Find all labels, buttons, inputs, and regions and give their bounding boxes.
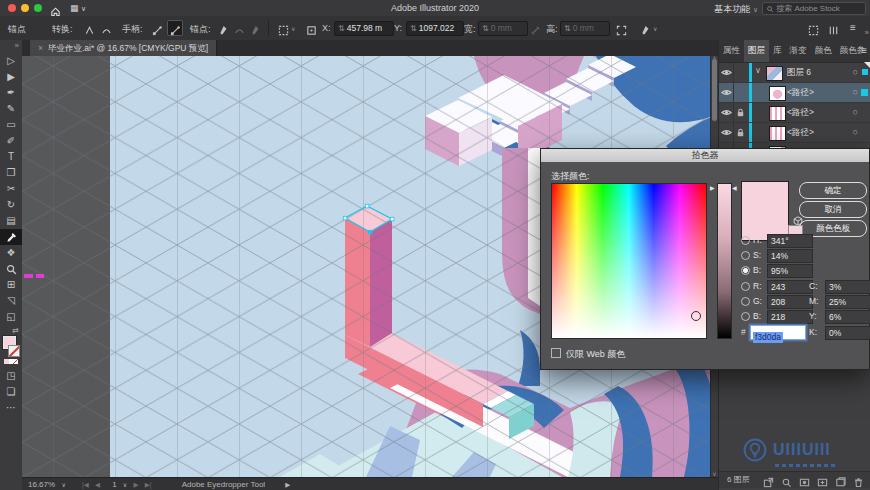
selection-indicator[interactable] (862, 69, 868, 75)
close-tab-icon[interactable]: × (38, 43, 43, 53)
expand-chevron-icon[interactable]: ∨ (755, 66, 761, 75)
radio-h[interactable] (741, 236, 750, 245)
y-input[interactable]: 6% (825, 310, 870, 324)
collapse-panel-icon[interactable]: » (865, 28, 869, 37)
slider-arrow-left-icon[interactable]: ▶ (710, 184, 715, 191)
isolate-selection-icon[interactable] (276, 21, 290, 35)
y-input[interactable]: ⇅1097.022 (406, 21, 464, 36)
expand-icon[interactable] (614, 21, 628, 35)
clipping-mask-icon[interactable] (799, 475, 810, 490)
selection-indicator[interactable] (861, 89, 868, 96)
workspace-switcher[interactable]: 基本功能 ∨ (714, 3, 758, 16)
radio-b2[interactable] (741, 312, 750, 321)
width-input[interactable]: ⇅0 mm (478, 21, 528, 36)
visibility-toggle[interactable] (719, 123, 734, 142)
perspective-grid-tool[interactable]: ◹ (0, 293, 22, 309)
hex-input[interactable]: f3d0da (750, 325, 806, 340)
panel-menu-icon[interactable]: ≡ (850, 22, 856, 33)
radio-r[interactable] (741, 282, 750, 291)
stroke-color-swatch[interactable] (8, 345, 20, 357)
eyedropper-tool[interactable] (0, 229, 22, 245)
x-input[interactable]: ⇅457.98 m (334, 21, 394, 36)
layer-name[interactable]: <路径> (787, 87, 814, 99)
target-circle[interactable]: ○ (853, 107, 858, 117)
artboard-tool[interactable]: ⊞ (0, 277, 22, 293)
more-tools-icon[interactable]: ⋯ (0, 400, 22, 416)
scrollbar-thumb[interactable] (712, 59, 717, 121)
align-options-icon[interactable] (826, 21, 840, 35)
web-colors-only-option[interactable]: 仅限 Web 颜色 (551, 348, 625, 361)
paintbrush-tool[interactable]: ✐ (0, 133, 22, 149)
current-tool-label[interactable]: Adobe Eyedropper Tool (182, 480, 265, 489)
h-input[interactable]: 341° (767, 234, 813, 248)
target-circle[interactable]: ○ (853, 67, 858, 77)
shape-builder-tool[interactable]: ◱ (0, 309, 22, 325)
collapse-toolbar-icon[interactable]: » (15, 41, 19, 50)
tab-libraries[interactable]: 库 (769, 40, 786, 62)
color-field-marker[interactable] (691, 311, 701, 321)
new-sublayer-icon[interactable] (817, 475, 828, 490)
s-input[interactable]: 14% (767, 249, 813, 263)
reference-point-icon[interactable] (304, 21, 318, 35)
cancel-button[interactable]: 取消 (799, 201, 867, 218)
visibility-toggle[interactable] (719, 103, 734, 122)
lock-toggle[interactable] (734, 63, 747, 82)
layer-thumbnail[interactable] (769, 86, 786, 101)
prev-page-icon[interactable]: ◀ (95, 481, 100, 488)
layer-thumbnail[interactable] (766, 66, 783, 81)
layer-name[interactable]: 图层 6 (787, 67, 811, 79)
hide-handles-icon[interactable] (150, 21, 164, 35)
slider-arrow-right-icon[interactable]: ◀ (732, 184, 737, 191)
pencil-tool[interactable]: ✎ (0, 101, 22, 117)
free-transform-tool[interactable]: ❐ (0, 165, 22, 181)
target-circle[interactable]: ○ (853, 127, 858, 137)
convert-to-corner-icon[interactable] (82, 21, 96, 35)
chevron-down-icon[interactable]: ∨ (291, 25, 295, 32)
scissors-tool[interactable]: ✂ (0, 181, 22, 197)
tab-layers[interactable]: 图层 (744, 40, 769, 62)
blend-tool[interactable]: ❖ (0, 245, 22, 261)
layer-thumbnail[interactable] (769, 126, 786, 141)
c-input[interactable]: 3% (825, 280, 870, 294)
b-input[interactable]: 95% (767, 264, 813, 278)
zoom-dropdown-icon[interactable]: ∨ (61, 482, 65, 488)
last-page-icon[interactable]: ▶| (145, 481, 152, 488)
type-tool[interactable]: T (0, 149, 22, 165)
hex-value-selected[interactable]: f3d0da (753, 332, 783, 343)
rectangle-tool[interactable]: ▭ (0, 117, 22, 133)
artboard-number[interactable]: 1 (112, 480, 116, 489)
layer-row[interactable]: ∨ 图层 6 ○ (719, 63, 870, 83)
color-picker-dialog[interactable]: 拾色器 选择颜色: ▶ ◀ 确定 取消 颜色色板 H:341° S:14% B:… (540, 148, 870, 370)
layer-name[interactable]: <路径> (787, 107, 814, 119)
chevron-down-icon[interactable]: ∨ (653, 25, 657, 32)
collect-export-icon[interactable] (763, 475, 774, 490)
show-handles-icon[interactable] (167, 20, 183, 36)
lock-icon[interactable] (734, 123, 747, 142)
color-mode-bar[interactable] (4, 359, 18, 364)
layer-row[interactable]: <路径> ○ (719, 123, 870, 143)
scroll-down-icon[interactable]: ∨ (711, 470, 718, 477)
lock-toggle[interactable] (734, 83, 747, 102)
dialog-title-bar[interactable]: 拾色器 (541, 149, 869, 162)
k-input[interactable]: 0% (825, 326, 870, 340)
grid-options-icon[interactable] (806, 21, 820, 35)
next-page-icon[interactable]: ▶ (134, 481, 139, 488)
layer-row[interactable]: <路径> ○ (719, 103, 870, 123)
height-input[interactable]: ⇅0 mm (560, 21, 610, 36)
visibility-toggle[interactable] (719, 63, 734, 82)
tab-properties[interactable]: 属性 (719, 40, 744, 62)
zoom-level[interactable]: 16.67% (28, 480, 55, 489)
first-page-icon[interactable]: |◀ (82, 481, 89, 488)
target-circle[interactable]: ○ (853, 87, 858, 97)
brightness-slider[interactable] (717, 183, 732, 339)
document-tab[interactable]: ×毕业作业.ai* @ 16.67% [CMYK/GPU 预览] (30, 40, 217, 56)
radio-s[interactable] (741, 251, 750, 260)
zoom-tool[interactable] (0, 261, 22, 277)
new-layer-icon[interactable] (835, 475, 846, 490)
shape-options-icon[interactable] (638, 21, 652, 35)
rotate-tool[interactable]: ↻ (0, 197, 22, 213)
layer-name[interactable]: <路径> (787, 127, 814, 139)
color-field[interactable] (551, 183, 707, 339)
screen-mode-icon[interactable]: ❏ (0, 384, 22, 400)
link-dimensions-icon[interactable] (528, 21, 542, 35)
